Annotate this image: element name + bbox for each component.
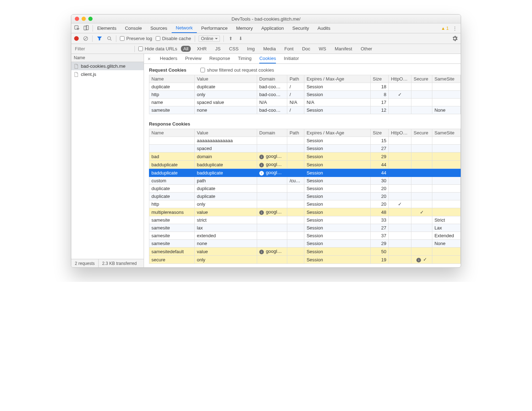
- column-header[interactable]: Value: [195, 129, 257, 137]
- close-detail-icon[interactable]: ×: [146, 56, 152, 62]
- column-header[interactable]: HttpO…: [389, 129, 411, 137]
- detail-tab-headers[interactable]: Headers: [160, 54, 177, 63]
- main-tab-audits[interactable]: Audits: [313, 23, 334, 33]
- column-header[interactable]: HttpO…: [389, 75, 411, 83]
- warnings-badge[interactable]: ▲ 1: [441, 26, 449, 31]
- hide-data-urls-check[interactable]: Hide data URLs: [138, 46, 177, 51]
- filter-icon[interactable]: [96, 35, 102, 42]
- column-header[interactable]: Path: [287, 75, 304, 83]
- clear-icon[interactable]: [82, 35, 89, 42]
- column-header[interactable]: Name: [149, 75, 195, 83]
- cookie-row[interactable]: baddomaini googl…Session29: [149, 152, 461, 161]
- disable-cache-check[interactable]: Disable cache: [156, 36, 191, 41]
- record-button[interactable]: [74, 36, 79, 41]
- column-header[interactable]: Size: [371, 75, 389, 83]
- filter-type-font[interactable]: Font: [282, 46, 296, 52]
- filter-type-xhr[interactable]: XHR: [194, 46, 209, 52]
- more-options-icon[interactable]: ⋮: [451, 26, 458, 31]
- cookie-row[interactable]: samesiteextendedSession37Extended: [149, 232, 461, 240]
- info-icon: i: [259, 163, 264, 167]
- column-header[interactable]: SameSite: [432, 75, 460, 83]
- titlebar: DevTools - bad-cookies.glitch.me/: [71, 15, 461, 23]
- cookie-row[interactable]: samesitestrictSession33Strict: [149, 216, 461, 224]
- cookie-row[interactable]: httponlySession20✓: [149, 200, 461, 208]
- cookie-row[interactable]: httponlybad-coo…/Session8✓: [149, 91, 461, 99]
- status-bar: 2 requests 2.3 KB transferred: [71, 259, 144, 267]
- detail-tab-cookies[interactable]: Cookies: [259, 54, 276, 63]
- column-header[interactable]: Expires / Max-Age: [304, 129, 371, 137]
- main-tab-elements[interactable]: Elements: [93, 23, 121, 33]
- upload-icon[interactable]: ⬆: [227, 35, 234, 42]
- filter-type-img[interactable]: Img: [245, 46, 257, 52]
- cookie-row[interactable]: badduplicatebadduplicatei googl…Session4…: [149, 169, 461, 177]
- detail-tab-initiator[interactable]: Initiator: [284, 54, 299, 63]
- cookie-row[interactable]: secureonlySession19i ✓: [149, 256, 461, 264]
- cookie-row[interactable]: samesitenonebad-coo…/Session12None: [149, 106, 461, 114]
- request-row[interactable]: client.js: [71, 70, 144, 78]
- detail-tabs: × HeadersPreviewResponseTimingCookiesIni…: [144, 54, 461, 64]
- main-tab-application[interactable]: Application: [257, 23, 288, 33]
- download-icon[interactable]: ⬇: [237, 35, 244, 42]
- cookie-row[interactable]: samesitedefaultvaluei googl…Session50: [149, 248, 461, 256]
- main-tab-console[interactable]: Console: [121, 23, 146, 33]
- column-header[interactable]: Expires / Max-Age: [304, 75, 371, 83]
- cookie-row[interactable]: samesitenoneSession29None: [149, 240, 461, 248]
- filter-type-other[interactable]: Other: [358, 46, 375, 52]
- detail-tab-response[interactable]: Response: [209, 54, 230, 63]
- cookie-row[interactable]: duplicateduplicateSession20: [149, 193, 461, 200]
- main-tab-memory[interactable]: Memory: [232, 23, 257, 33]
- cookie-row[interactable]: duplicateduplicatebad-coo…/Session18: [149, 83, 461, 91]
- detail-tab-timing[interactable]: Timing: [238, 54, 252, 63]
- column-header[interactable]: SameSite: [432, 129, 460, 137]
- column-header[interactable]: Secure: [411, 75, 432, 83]
- column-header[interactable]: Name: [149, 129, 195, 137]
- filter-input[interactable]: [74, 46, 131, 52]
- info-icon: i: [259, 250, 264, 254]
- filter-type-ws[interactable]: WS: [316, 46, 329, 52]
- cookie-row[interactable]: namespaced valueN/AN/AN/A17: [149, 99, 461, 106]
- file-icon: [74, 72, 79, 77]
- main-tab-sources[interactable]: Sources: [146, 23, 172, 33]
- response-cookies-table: NameValueDomainPathExpires / Max-AgeSize…: [149, 129, 461, 264]
- settings-gear-icon[interactable]: [451, 35, 458, 42]
- request-cookies-table: NameValueDomainPathExpires / Max-AgeSize…: [149, 75, 461, 114]
- filter-type-js[interactable]: JS: [213, 46, 223, 52]
- cookie-row[interactable]: multiplereasonsvaluei googl…Session48✓: [149, 208, 461, 216]
- throttling-select[interactable]: Online: [199, 35, 220, 42]
- search-icon[interactable]: [106, 35, 112, 42]
- filter-type-all[interactable]: All: [181, 46, 191, 52]
- filter-type-doc[interactable]: Doc: [300, 46, 313, 52]
- cookie-row[interactable]: duplicateduplicateSession20: [149, 185, 461, 193]
- cookie-row[interactable]: samesitelaxSession27Lax: [149, 224, 461, 232]
- column-header[interactable]: Path: [287, 129, 304, 137]
- detail-tab-preview[interactable]: Preview: [185, 54, 201, 63]
- column-header[interactable]: Value: [195, 75, 257, 83]
- main-tab-network[interactable]: Network: [172, 23, 197, 33]
- device-toolbar-icon[interactable]: [83, 25, 90, 32]
- response-cookies-heading: Response Cookies: [149, 121, 190, 127]
- filter-type-media[interactable]: Media: [261, 46, 278, 52]
- cookie-row[interactable]: spacedSession27: [149, 145, 461, 152]
- show-filtered-check[interactable]: show filtered out request cookies: [200, 67, 274, 73]
- transferred-size: 2.3 KB transferred: [99, 259, 140, 267]
- column-header[interactable]: Secure: [411, 129, 432, 137]
- column-header[interactable]: Domain: [257, 129, 287, 137]
- cookie-row[interactable]: badduplicatebadduplicatei googl…Session4…: [149, 161, 461, 169]
- column-header[interactable]: Domain: [257, 75, 287, 83]
- info-icon: i: [259, 210, 264, 215]
- main-tab-performance[interactable]: Performance: [197, 23, 232, 33]
- svg-rect-1: [84, 26, 87, 30]
- column-header[interactable]: Size: [371, 129, 389, 137]
- main-tab-security[interactable]: Security: [288, 23, 313, 33]
- file-icon: [74, 64, 79, 69]
- filter-bar: Hide data URLs AllXHRJSCSSImgMediaFontDo…: [71, 44, 461, 54]
- info-icon: i: [416, 258, 421, 262]
- preserve-log-check[interactable]: Preserve log: [120, 36, 152, 41]
- inspect-element-icon[interactable]: [74, 25, 81, 32]
- filter-type-css[interactable]: CSS: [227, 46, 241, 52]
- cookie-row[interactable]: aaaaaaaaaaaaaaSession15: [149, 137, 461, 145]
- filter-type-manifest[interactable]: Manifest: [332, 46, 355, 52]
- request-row[interactable]: bad-cookies.glitch.me: [71, 62, 144, 70]
- cookie-row[interactable]: custompath/cu…Session30: [149, 177, 461, 185]
- svg-rect-0: [75, 26, 78, 29]
